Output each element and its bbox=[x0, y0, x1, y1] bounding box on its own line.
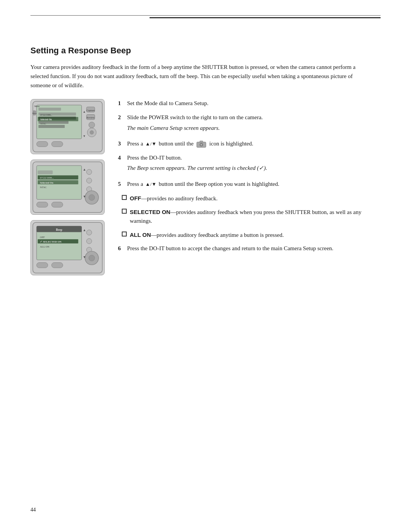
top-decorative-lines bbox=[30, 15, 381, 18]
svg-rect-28 bbox=[38, 171, 53, 174]
step-4: 4 Press the DO-IT button. The Beep scree… bbox=[118, 153, 381, 174]
svg-point-52 bbox=[86, 238, 92, 244]
svg-rect-2 bbox=[38, 108, 61, 111]
checkbox-off: OFF—provides no auditory feedback. bbox=[122, 194, 381, 203]
camera-image-3: Beep OFF ✓ SELECTED ON ALL ON bbox=[30, 220, 105, 275]
svg-rect-40 bbox=[52, 202, 63, 207]
svg-text:Menu: Menu bbox=[32, 112, 37, 114]
svg-rect-15 bbox=[52, 141, 63, 147]
step-number-2: 2 bbox=[118, 113, 124, 134]
step-3: 3 Press a ▲/▼ button until the bbox=[118, 139, 381, 148]
step-1-text: Set the Mode dial to Camera Setup. bbox=[127, 99, 381, 108]
step-6-text: Press the DO-IT button to accept the cha… bbox=[127, 244, 381, 253]
step-1: 1 Set the Mode dial to Camera Setup. bbox=[118, 99, 381, 108]
svg-point-51 bbox=[86, 230, 92, 235]
svg-point-34 bbox=[86, 169, 92, 175]
checkbox-selected-on-label: SELECTED ON bbox=[130, 209, 170, 215]
checkbox-selected-on: SELECTED ON—provides auditory feedback w… bbox=[122, 208, 381, 226]
step-number-5: 5 bbox=[118, 180, 124, 189]
svg-text:Review: Review bbox=[87, 116, 95, 119]
step-3-content: Press a ▲/▼ button until the icon is hi bbox=[127, 139, 381, 148]
camera-image-2: 07/22/1999... Selected On NTSC bbox=[30, 160, 105, 215]
svg-text:OFF: OFF bbox=[40, 236, 45, 238]
svg-text:▼: ▼ bbox=[83, 134, 86, 138]
step-3-text-before: Press a bbox=[127, 141, 143, 147]
step-5-text-after: button until the Beep option you want is… bbox=[159, 181, 279, 187]
svg-rect-57 bbox=[52, 262, 63, 268]
svg-rect-61 bbox=[200, 141, 203, 142]
step-4-note: The Beep screen appears. The current set… bbox=[127, 164, 381, 173]
checkbox-all-on: ALL ON—provides auditory feedback anytim… bbox=[122, 230, 381, 240]
svg-point-11 bbox=[89, 122, 95, 128]
step-2-note: The main Camera Setup screen appears. bbox=[127, 124, 381, 133]
checkbox-selected-on-sep: — bbox=[170, 209, 176, 215]
checkbox-square-all-on bbox=[122, 232, 127, 236]
intro-paragraph: Your camera provides auditory feedback i… bbox=[30, 62, 358, 90]
step-2-text: Slide the POWER switch to the right to t… bbox=[127, 114, 263, 120]
checkbox-all-on-sep: — bbox=[151, 232, 157, 238]
svg-point-13 bbox=[90, 131, 94, 134]
checkbox-square-selected-on bbox=[122, 209, 127, 214]
checkbox-off-sep: — bbox=[141, 195, 147, 201]
step-number-6: 6 bbox=[118, 244, 124, 253]
svg-text:NTSC: NTSC bbox=[40, 123, 46, 125]
svg-text:▲: ▲ bbox=[83, 228, 86, 232]
svg-text:▲: ▲ bbox=[83, 110, 86, 113]
svg-rect-14 bbox=[37, 141, 48, 147]
section-title: Setting a Response Beep bbox=[30, 46, 381, 56]
svg-text:✓ SELECTED ON: ✓ SELECTED ON bbox=[40, 240, 62, 243]
top-line-1 bbox=[30, 15, 381, 16]
step-4-content: Press the DO-IT button. The Beep screen … bbox=[127, 153, 381, 174]
svg-rect-6 bbox=[38, 125, 65, 128]
checkbox-square-off bbox=[122, 195, 127, 200]
checkbox-off-desc: provides no auditory feedback. bbox=[147, 195, 218, 201]
page-container: Setting a Response Beep Your camera prov… bbox=[0, 0, 411, 532]
step-3-text-after: button until the bbox=[159, 141, 194, 147]
checkbox-off-text: OFF—provides no auditory feedback. bbox=[130, 194, 381, 203]
svg-text:ALL ON: ALL ON bbox=[40, 245, 49, 248]
svg-text:07/22/1999...: 07/22/1999... bbox=[40, 176, 54, 179]
checkbox-all-on-label: ALL ON bbox=[130, 232, 151, 238]
svg-point-35 bbox=[86, 178, 92, 183]
svg-text:▲: ▲ bbox=[83, 168, 86, 171]
checkbox-selected-on-text: SELECTED ON—provides auditory feedback w… bbox=[130, 208, 381, 226]
svg-text:▼: ▼ bbox=[83, 255, 86, 259]
step-number-3: 3 bbox=[118, 139, 124, 148]
page-number: 44 bbox=[30, 507, 36, 513]
step-6: 6 Press the DO-IT button to accept the c… bbox=[118, 244, 381, 253]
checkbox-all-on-desc: provides auditory feedback anytime a but… bbox=[157, 232, 284, 238]
camera-inline-icon bbox=[196, 140, 207, 148]
svg-text:NTSC: NTSC bbox=[40, 186, 47, 189]
step-5-text-before: Press a bbox=[127, 181, 143, 187]
camera-image-1: Capture Review Menu 07/22/1999... Selec bbox=[30, 99, 105, 154]
svg-text:Capture: Capture bbox=[86, 109, 95, 112]
up-down-arrow-icon-2: ▲/▼ bbox=[145, 181, 156, 187]
step-2: 2 Slide the POWER switch to the right to… bbox=[118, 113, 381, 134]
step-number-1: 1 bbox=[118, 99, 124, 108]
svg-text:Menu: Menu bbox=[34, 105, 40, 107]
step-3-text-end: icon is highlighted. bbox=[209, 141, 253, 147]
up-down-arrow-icon: ▲/▼ bbox=[145, 141, 156, 147]
svg-text:07/22/1999...: 07/22/1999... bbox=[40, 114, 53, 116]
svg-text:Selected On: Selected On bbox=[40, 181, 53, 184]
checkbox-all-on-text: ALL ON—provides auditory feedback anytim… bbox=[130, 230, 381, 240]
images-column: Capture Review Menu 07/22/1999... Selec bbox=[30, 99, 107, 275]
checkbox-off-label: OFF bbox=[130, 195, 141, 201]
main-content: Capture Review Menu 07/22/1999... Selec bbox=[30, 99, 381, 275]
step-5-content: Press a ▲/▼ button until the Beep option… bbox=[127, 180, 381, 189]
svg-point-63 bbox=[201, 144, 202, 145]
step-2-content: Slide the POWER switch to the right to t… bbox=[127, 113, 381, 134]
svg-text:Beep: Beep bbox=[56, 228, 62, 232]
svg-text:Selected On: Selected On bbox=[40, 118, 52, 121]
svg-point-38 bbox=[89, 195, 95, 201]
svg-rect-56 bbox=[37, 262, 48, 268]
svg-text:▼: ▼ bbox=[83, 195, 86, 198]
step-4-text: Press the DO-IT button. bbox=[127, 155, 182, 161]
top-line-2 bbox=[150, 17, 381, 18]
svg-rect-39 bbox=[37, 202, 48, 207]
step-5: 5 Press a ▲/▼ button until the Beep opti… bbox=[118, 180, 381, 189]
step-number-4: 4 bbox=[118, 153, 124, 174]
svg-point-55 bbox=[89, 255, 95, 261]
steps-column: 1 Set the Mode dial to Camera Setup. 2 S… bbox=[118, 99, 381, 258]
